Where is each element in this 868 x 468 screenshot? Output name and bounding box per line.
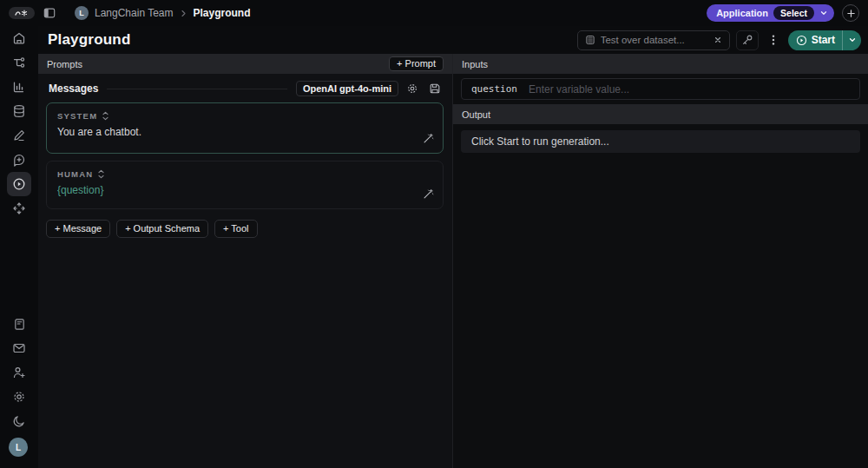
panel-left-icon <box>43 7 56 19</box>
nav-sidebar: L <box>0 26 38 468</box>
person-plus-icon <box>12 366 26 379</box>
add-output-schema-button[interactable]: + Output Schema <box>116 220 208 238</box>
human-message-content[interactable]: {question} <box>57 184 432 196</box>
topbar-right-controls: Application Select <box>707 4 859 22</box>
role-line: SYSTEM <box>57 111 432 121</box>
add-tool-button[interactable]: + Tool <box>214 220 257 238</box>
io-panel: Inputs question Output Click Start to ru… <box>453 54 868 468</box>
messages-toolbar: Messages OpenAI gpt-4o-mini <box>49 81 444 96</box>
test-over-dataset-box <box>577 30 730 50</box>
plus-icon <box>846 9 856 18</box>
breadcrumb: L LangChain Team Playground <box>75 6 251 20</box>
application-label: Application <box>716 8 768 18</box>
sidebar-toggle-icon[interactable] <box>42 5 57 21</box>
start-label: Start <box>812 34 835 46</box>
wand-icon <box>423 188 434 200</box>
key-icon <box>741 34 753 46</box>
moon-icon <box>12 414 26 428</box>
sidebar-item-annotation-queues[interactable] <box>7 123 31 148</box>
api-key-button[interactable] <box>736 30 759 50</box>
variable-name: question <box>471 83 517 95</box>
human-message-card[interactable]: HUMAN {question} <box>46 161 444 209</box>
langsmith-logo[interactable] <box>9 7 35 19</box>
variable-value-input[interactable] <box>529 83 850 96</box>
chat-plus-icon <box>12 153 26 167</box>
page-title: Playground <box>48 31 131 49</box>
start-split-button: Start <box>788 30 861 50</box>
prompts-header-bar: Prompts + Prompt <box>38 54 452 74</box>
clear-icon[interactable] <box>713 36 722 44</box>
role-label: SYSTEM <box>57 111 97 121</box>
gear-icon <box>406 82 418 95</box>
sidebar-item-home[interactable] <box>7 26 31 50</box>
test-over-dataset-input[interactable] <box>601 35 708 45</box>
sidebar-item-monitoring[interactable] <box>7 75 31 99</box>
message-footer-actions: + Message + Output Schema + Tool <box>46 220 444 238</box>
prompts-header-label: Prompts <box>47 59 82 69</box>
move-arrows-icon <box>12 201 26 215</box>
role-switch-icon[interactable] <box>102 111 109 121</box>
output-header-bar: Output <box>453 104 868 124</box>
system-message-content[interactable]: You are a chatbot. <box>57 126 432 138</box>
user-avatar[interactable]: L <box>9 438 28 457</box>
sidebar-item-theme-toggle[interactable] <box>7 409 31 433</box>
start-options-button[interactable] <box>843 30 861 50</box>
sidebar-item-playground[interactable] <box>7 172 31 196</box>
messages-label: Messages <box>49 82 98 95</box>
sidebar-item-invite-members[interactable] <box>7 360 31 385</box>
header-controls: Start <box>577 30 861 50</box>
role-switch-icon[interactable] <box>97 169 105 179</box>
sidebar-item-tracing-projects[interactable] <box>7 50 31 75</box>
playground-play-icon <box>12 177 26 191</box>
wand-icon <box>423 133 434 144</box>
top-bar: L LangChain Team Playground Application … <box>0 0 868 26</box>
chevron-down-icon <box>819 9 828 17</box>
sidebar-item-feedback[interactable] <box>7 336 31 360</box>
bar-chart-icon <box>12 80 26 94</box>
dataset-icon <box>585 35 595 45</box>
team-avatar[interactable]: L <box>75 6 89 20</box>
application-select-value: Select <box>773 6 814 20</box>
chevron-down-icon <box>848 36 857 44</box>
prettify-button[interactable] <box>419 185 437 202</box>
gear-icon <box>12 390 26 404</box>
prettify-button[interactable] <box>419 129 437 147</box>
play-circle-icon <box>796 35 807 46</box>
chevron-right-icon <box>180 10 187 17</box>
mail-icon <box>12 341 26 355</box>
inputs-header-label: Inputs <box>462 59 488 69</box>
output-placeholder-row: Click Start to run generation... <box>461 130 860 153</box>
model-settings-button[interactable] <box>404 81 421 96</box>
add-button[interactable] <box>842 4 859 22</box>
logo-glyphs-icon <box>14 10 30 16</box>
role-line: HUMAN <box>57 169 432 179</box>
kebab-menu-icon <box>772 34 775 46</box>
application-select-button[interactable]: Application Select <box>707 4 834 22</box>
home-icon <box>12 31 26 45</box>
save-prompt-button[interactable] <box>426 81 444 96</box>
sidebar-item-datasets[interactable] <box>7 99 31 123</box>
sidebar-item-docs[interactable] <box>7 312 31 336</box>
add-prompt-button[interactable]: + Prompt <box>389 56 444 71</box>
output-header-label: Output <box>462 109 490 120</box>
sidebar-item-settings[interactable] <box>7 385 31 409</box>
more-options-button[interactable] <box>765 30 782 50</box>
variable-input-row: question <box>461 78 860 100</box>
role-label: HUMAN <box>57 169 93 179</box>
prompts-panel: Prompts + Prompt Messages OpenAI gpt-4o-… <box>38 54 452 468</box>
start-button[interactable]: Start <box>788 30 842 50</box>
breadcrumb-team[interactable]: LangChain Team <box>95 7 174 19</box>
output-placeholder-text: Click Start to run generation... <box>471 135 609 148</box>
playground-app: L LangChain Team Playground Application … <box>0 0 868 468</box>
messages-divider <box>107 89 287 89</box>
system-message-card[interactable]: SYSTEM You are a chatbot. <box>46 102 444 154</box>
tracing-tree-icon <box>12 56 26 69</box>
save-icon <box>429 82 441 95</box>
sidebar-item-prompts[interactable] <box>7 148 31 172</box>
add-message-button[interactable]: + Message <box>46 220 110 238</box>
sidebar-item-deployments[interactable] <box>7 196 31 221</box>
database-icon <box>12 104 26 118</box>
pencil-icon <box>12 129 26 142</box>
model-selector-button[interactable]: OpenAI gpt-4o-mini <box>296 81 398 96</box>
page-header: Playground <box>38 26 868 54</box>
